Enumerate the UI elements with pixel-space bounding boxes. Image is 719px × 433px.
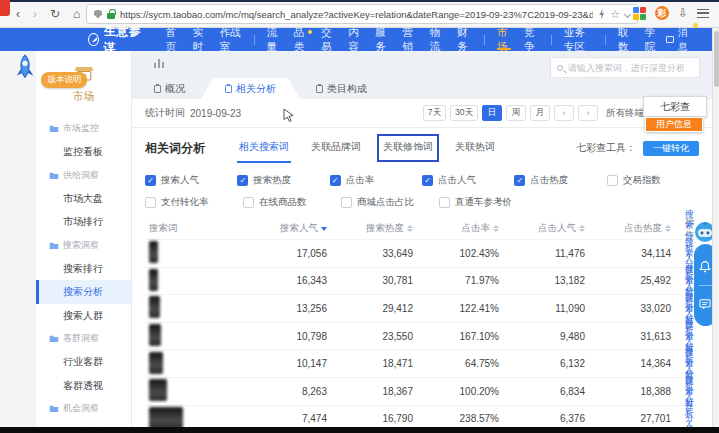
- nav-item-首页[interactable]: 首页: [165, 28, 179, 51]
- address-bar[interactable]: https://sycm.taobao.com/mc/mq/search_ana…: [86, 4, 638, 24]
- tab-概况[interactable]: 概况: [138, 78, 201, 99]
- nav-item-品类[interactable]: 品类: [294, 28, 308, 51]
- one-click-convert-button[interactable]: 一键转化: [643, 141, 699, 156]
- forward-button[interactable]: ›: [33, 7, 37, 21]
- metric-checkbox-交易指数[interactable]: 交易指数: [607, 174, 699, 187]
- action-link-搜索分析[interactable]: 搜索分析: [685, 375, 699, 419]
- nav-item-营销[interactable]: 营销: [403, 28, 417, 51]
- messages-button[interactable]: 消息: [666, 26, 693, 54]
- stats-date[interactable]: 2019-09-23: [190, 108, 241, 119]
- lightning-icon[interactable]: [598, 9, 605, 20]
- period-quick-7天[interactable]: 7天: [423, 105, 446, 121]
- nav-item-实时[interactable]: 实时: [193, 28, 207, 51]
- metric-checkbox-点击人气[interactable]: ✓点击人气: [422, 174, 514, 187]
- back-button[interactable]: ‹: [16, 7, 20, 21]
- metric-checkbox-搜索热度[interactable]: ✓搜索热度: [237, 174, 329, 187]
- checkbox-icon[interactable]: [341, 197, 352, 208]
- nav-item-市场[interactable]: 市场: [497, 28, 511, 51]
- checkbox-icon[interactable]: ✓: [422, 175, 433, 186]
- nav-item-流量[interactable]: 流量: [267, 28, 281, 51]
- sidebar-group-市场监控[interactable]: 市场监控: [36, 117, 131, 140]
- column-header-点击热度[interactable]: 点击热度: [585, 222, 671, 235]
- sidebar-item-搜索排行[interactable]: 搜索排行: [36, 257, 131, 281]
- checkbox-icon[interactable]: [145, 197, 156, 208]
- version-notes-overlay[interactable]: 版本说明: [13, 54, 87, 88]
- qicaicha-overlay[interactable]: 七彩查: [643, 96, 707, 117]
- version-tag[interactable]: 版本说明: [41, 72, 87, 88]
- metric-checkbox-在线商品数[interactable]: 在线商品数: [243, 196, 341, 209]
- word-tab-关联品牌词[interactable]: 关联品牌词: [311, 140, 361, 156]
- reload-button[interactable]: ↻: [50, 7, 60, 21]
- sidebar-group-客群洞察[interactable]: 客群洞察: [36, 327, 131, 350]
- checkbox-icon[interactable]: ✓: [237, 175, 248, 186]
- url-text[interactable]: https://sycm.taobao.com/mc/mq/search_ana…: [120, 9, 593, 20]
- nav-item-取数[interactable]: 取数: [618, 28, 632, 51]
- metric-checkbox-直通车参考价[interactable]: 直通车参考价: [439, 196, 537, 209]
- checkbox-icon[interactable]: ✓: [514, 175, 525, 186]
- keyword-search-box[interactable]: [550, 57, 700, 78]
- word-tab-关联热词[interactable]: 关联热词: [455, 140, 495, 156]
- menu-icon[interactable]: [697, 9, 709, 18]
- nav-item-作战室[interactable]: 作战室: [220, 28, 241, 51]
- period-unit-周[interactable]: 周: [506, 105, 526, 121]
- period-unit-日[interactable]: 日: [482, 105, 502, 121]
- nav-item-服务[interactable]: 服务: [375, 28, 389, 51]
- metric-checkbox-点击热度[interactable]: ✓点击热度: [514, 174, 606, 187]
- chevron-down-icon[interactable]: [624, 11, 631, 18]
- next-date-button[interactable]: ›: [578, 105, 598, 121]
- download-icon[interactable]: ⇩: [678, 7, 688, 19]
- nav-item-财务[interactable]: 财务: [457, 28, 471, 51]
- checkbox-icon[interactable]: [607, 175, 618, 186]
- nav-item-业务专区[interactable]: 业务专区: [564, 28, 592, 51]
- checkbox-icon[interactable]: ✓: [330, 175, 341, 186]
- nav-item-学院[interactable]: 学院: [645, 28, 659, 51]
- sidebar: 市场 市场监控监控看板供给洞察市场大盘市场排行搜索洞察搜索排行搜索分析搜索人群客…: [36, 51, 132, 427]
- checkbox-icon[interactable]: [439, 197, 450, 208]
- sidebar-group-机会洞察[interactable]: 机会洞察: [36, 397, 131, 420]
- sidebar-item-客群透视[interactable]: 客群透视: [36, 374, 131, 398]
- word-tab-相关搜索词[interactable]: 相关搜索词: [239, 140, 289, 156]
- column-header-点击率[interactable]: 点击率: [413, 222, 499, 235]
- column-header-搜索人气[interactable]: 搜索人气: [241, 222, 327, 235]
- row-actions[interactable]: 搜索分析人群分析: [685, 375, 699, 433]
- metric-label: 直通车参考价: [455, 196, 512, 209]
- home-button[interactable]: ⌂: [73, 7, 80, 21]
- search-input[interactable]: [568, 63, 693, 73]
- chat-icon[interactable]: [699, 299, 711, 310]
- word-tab-关联修饰词[interactable]: 关联修饰词: [383, 140, 433, 156]
- bell-icon[interactable]: [699, 260, 711, 273]
- sidebar-item-市场大盘[interactable]: 市场大盘: [36, 187, 131, 211]
- value-cell-0: 10,147: [241, 358, 327, 369]
- metric-checkbox-商城点击占比[interactable]: 商城点击占比: [341, 196, 439, 209]
- tab-类目构成[interactable]: 类目构成: [300, 78, 383, 99]
- extension-badge-icon[interactable]: 彩: [655, 6, 669, 20]
- nav-item-交易[interactable]: 交易: [321, 28, 335, 51]
- favorite-icon[interactable]: ☆: [610, 9, 620, 20]
- metric-checkbox-点击率[interactable]: ✓点击率: [330, 174, 422, 187]
- sidebar-item-搜索人群[interactable]: 搜索人群: [36, 304, 131, 328]
- period-quick-30天[interactable]: 30天: [450, 105, 478, 121]
- brand[interactable]: 生意参谋: [88, 23, 143, 57]
- scrollbar-thumb[interactable]: [714, 31, 719, 87]
- extensions-grid-icon[interactable]: [633, 7, 646, 20]
- metric-checkbox-支付转化率[interactable]: 支付转化率: [145, 196, 243, 209]
- page-scrollbar[interactable]: [712, 28, 719, 427]
- sidebar-item-行业客群[interactable]: 行业客群: [36, 350, 131, 374]
- metric-checkbox-搜索人气[interactable]: ✓搜索人气: [145, 174, 237, 187]
- nav-item-竞争[interactable]: 竞争: [524, 28, 538, 51]
- column-header-点击人气[interactable]: 点击人气: [499, 222, 585, 235]
- prev-date-button[interactable]: ‹: [554, 105, 574, 121]
- nav-item-内容[interactable]: 内容: [348, 28, 362, 51]
- checkbox-icon[interactable]: [243, 197, 254, 208]
- user-info-button[interactable]: 用户信息: [645, 117, 703, 132]
- sidebar-item-搜索分析[interactable]: 搜索分析: [36, 280, 131, 304]
- column-header-搜索热度[interactable]: 搜索热度: [327, 222, 413, 235]
- sidebar-item-市场排行[interactable]: 市场排行: [36, 210, 131, 234]
- tab-相关分析[interactable]: 相关分析: [201, 78, 300, 99]
- checkbox-icon[interactable]: ✓: [145, 175, 156, 186]
- period-unit-月[interactable]: 月: [530, 105, 550, 121]
- sidebar-group-供给洞察[interactable]: 供给洞察: [36, 164, 131, 187]
- sidebar-item-监控看板[interactable]: 监控看板: [36, 140, 131, 164]
- nav-item-物流[interactable]: 物流: [430, 28, 444, 51]
- sidebar-group-搜索洞察[interactable]: 搜索洞察: [36, 234, 131, 257]
